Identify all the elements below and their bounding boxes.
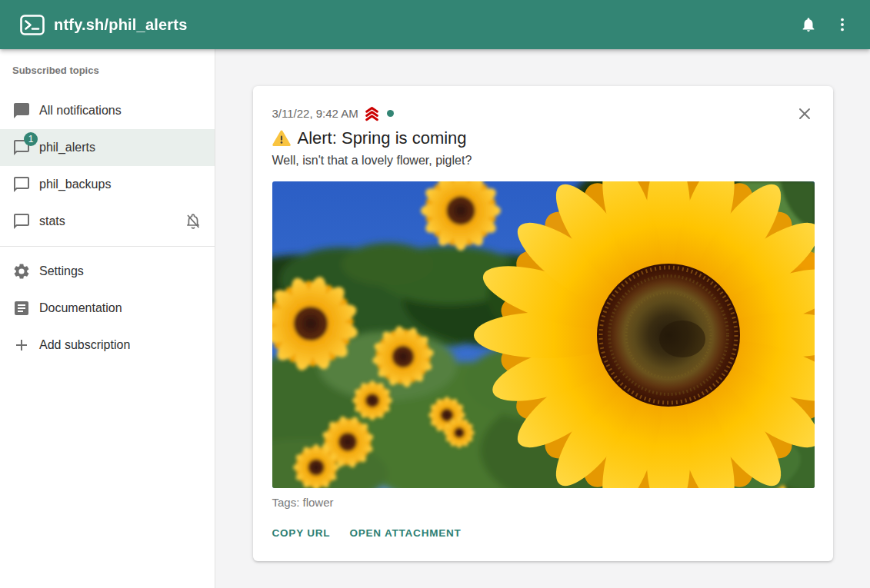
chat-bubble-outline-icon <box>12 175 31 194</box>
unread-dot-icon <box>387 110 394 117</box>
sidebar-item-stats[interactable]: stats <box>0 203 215 240</box>
notification-title: Alert: Spring is coming <box>298 128 467 148</box>
sidebar-item-label: phil_backups <box>39 178 111 191</box>
warning-icon <box>272 130 291 147</box>
sidebar-item-settings[interactable]: Settings <box>0 253 215 290</box>
sidebar-item-phil-backups[interactable]: phil_backups <box>0 166 215 203</box>
subscribed-topics-label: Subscribed topics <box>0 61 215 80</box>
notification-title-row: Alert: Spring is coming <box>272 128 815 148</box>
gear-icon <box>12 262 31 281</box>
overflow-menu-button[interactable] <box>825 8 859 42</box>
notification-timestamp: 3/11/22, 9:42 AM <box>272 107 358 120</box>
notification-header: 3/11/22, 9:42 AM <box>272 106 815 120</box>
sidebar-item-label: Settings <box>39 264 84 278</box>
open-attachment-button[interactable]: OPEN ATTACHMENT <box>349 523 461 543</box>
article-icon <box>12 299 31 317</box>
attachment-image-sunflower-field[interactable] <box>272 181 815 488</box>
chat-bubble-outline-icon: 1 <box>12 138 31 157</box>
main-content: 3/11/22, 9:42 AM <box>215 49 870 588</box>
close-icon <box>795 105 814 123</box>
sidebar-item-documentation[interactable]: Documentation <box>0 290 215 327</box>
notification-body: Well, isn't that a lovely flower, piglet… <box>272 152 815 168</box>
chat-bubble-filled-icon <box>12 101 31 120</box>
kebab-menu-icon <box>834 16 851 33</box>
sidebar-item-label: phil_alerts <box>39 141 95 154</box>
app-bar: ntfy.sh/phil_alerts <box>0 0 870 49</box>
notification-tags: Tags: flower <box>272 496 815 509</box>
unread-count-badge: 1 <box>24 132 38 146</box>
close-notification-button[interactable] <box>795 104 815 124</box>
sidebar-item-phil-alerts[interactable]: 1 phil_alerts <box>0 129 215 166</box>
sidebar-item-label: stats <box>39 214 65 228</box>
sidebar-divider <box>0 246 215 247</box>
sidebar-item-all-notifications[interactable]: All notifications <box>0 92 215 129</box>
chat-bubble-outline-icon <box>12 212 31 231</box>
app-title: ntfy.sh/phil_alerts <box>54 16 187 34</box>
notification-actions: COPY URL OPEN ATTACHMENT <box>272 523 815 543</box>
bell-icon <box>800 16 817 33</box>
plus-icon <box>12 336 31 354</box>
sidebar: Subscribed topics All notifications 1 ph… <box>0 49 215 588</box>
sidebar-item-label: All notifications <box>39 104 122 118</box>
sidebar-item-add-subscription[interactable]: Add subscription <box>0 327 215 364</box>
sidebar-item-label: Documentation <box>39 301 122 315</box>
ntfy-terminal-logo-icon <box>20 15 45 35</box>
notification-card: 3/11/22, 9:42 AM <box>253 86 833 561</box>
copy-url-button[interactable]: COPY URL <box>272 523 331 543</box>
notifications-muted-icon <box>184 212 202 231</box>
priority-max-icon <box>363 105 381 122</box>
notifications-bell-button[interactable] <box>792 8 825 42</box>
sidebar-item-label: Add subscription <box>39 338 130 352</box>
